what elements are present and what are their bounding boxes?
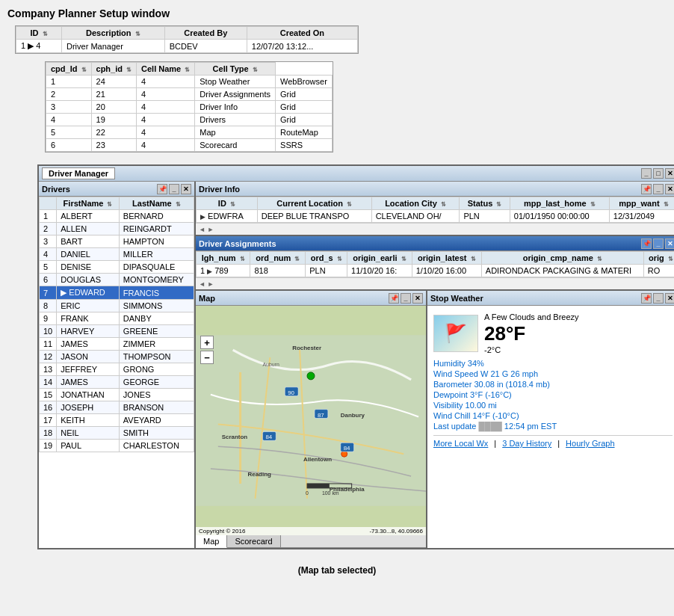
- map-zoom-controls: + −: [200, 336, 214, 364]
- cell-col-name[interactable]: Cell Name ⇅: [137, 63, 195, 76]
- da-close-btn[interactable]: ✕: [665, 238, 674, 249]
- assignments-row[interactable]: 1 ▶ 789 818 PLN 11/10/20 16: 1/10/20 16:…: [197, 265, 675, 277]
- driver-row[interactable]: 9 FRANK DANBY: [40, 312, 194, 325]
- cell-col-type[interactable]: Cell Type ⇅: [195, 63, 276, 76]
- weather-minimize-btn[interactable]: _: [653, 293, 664, 304]
- driver-lastname: ZIMMER: [119, 338, 194, 351]
- da-col-orig[interactable]: orig ⇅: [643, 252, 674, 265]
- driver-firstname: ERIC: [57, 300, 120, 312]
- weather-link-history[interactable]: 3 Day History: [502, 439, 551, 448]
- config-row[interactable]: 1 ▶ 4 Driver Manager BCDEV 12/07/20 13:1…: [16, 40, 358, 53]
- cell-table-row[interactable]: 6 23 4 Scorecard SSRS: [46, 139, 333, 152]
- da-pin-btn[interactable]: 📌: [641, 238, 652, 249]
- drivers-close-btn[interactable]: ✕: [181, 184, 191, 194]
- dinfo-col-lasthome[interactable]: mpp_last_home ⇅: [510, 197, 609, 210]
- driver-row[interactable]: 12 JASON THOMPSON: [40, 351, 194, 363]
- row-expand[interactable]: 1 ▶ 4: [16, 40, 62, 53]
- driver-row[interactable]: 2 ALLEN REINGARDT: [40, 223, 194, 235]
- drivers-minimize-btn[interactable]: _: [169, 184, 179, 194]
- driver-row[interactable]: 11 JAMES ZIMMER: [40, 338, 194, 351]
- driver-row[interactable]: 7 ▶ EDWARD FRANCIS: [40, 286, 194, 300]
- dm-close-btn[interactable]: ✕: [665, 168, 674, 179]
- dinfo-col-status[interactable]: Status ⇅: [460, 197, 510, 210]
- zoom-out-btn[interactable]: −: [200, 351, 214, 364]
- driver-row[interactable]: 13 JEFFREY GRONG: [40, 363, 194, 376]
- map-minimize-btn[interactable]: _: [401, 293, 411, 304]
- map-pin-btn[interactable]: 📌: [389, 293, 399, 304]
- driver-row[interactable]: 14 JAMES GEORGE: [40, 376, 194, 389]
- weather-panel-title: Stop Weather: [430, 294, 483, 303]
- da-col-lgh[interactable]: lgh_num ⇅: [197, 252, 250, 265]
- drivers-col-first[interactable]: FirstName ⇅: [57, 197, 120, 210]
- driver-row[interactable]: 15 JONATHAN JONES: [40, 389, 194, 401]
- col-header-id[interactable]: ID ⇅: [16, 27, 62, 40]
- dinfo-close-btn[interactable]: ✕: [665, 184, 674, 194]
- driver-manager-tab[interactable]: Driver Manager: [42, 167, 115, 179]
- da-col-ords[interactable]: ord_s ⇅: [306, 252, 347, 265]
- map-close-btn[interactable]: ✕: [412, 293, 423, 304]
- driver-lastname: CHARLESTON: [119, 440, 194, 452]
- driver-lastname: BRANSON: [119, 401, 194, 414]
- dew-value: 3°F (-16°C): [470, 390, 512, 399]
- da-minimize-btn[interactable]: _: [653, 238, 664, 249]
- cell-cpd-val: 20: [91, 101, 137, 114]
- cell-cpd-val: 24: [91, 76, 137, 88]
- col-header-desc[interactable]: Description ⇅: [62, 27, 165, 40]
- drivers-pin-btn[interactable]: 📌: [157, 184, 167, 194]
- dinfo-col-want[interactable]: mpp_want ⇅: [609, 197, 674, 210]
- drivers-col-last[interactable]: LastName ⇅: [119, 197, 194, 210]
- driver-row[interactable]: 19 PAUL CHARLESTON: [40, 440, 194, 452]
- cell-table-row[interactable]: 2 21 4 Driver Assignments Grid: [46, 88, 333, 101]
- driver-row[interactable]: 16 JOSEPH BRANSON: [40, 401, 194, 414]
- map-tab-scorecard[interactable]: Scorecard: [227, 535, 280, 547]
- dinfo-pin-btn[interactable]: 📌: [641, 184, 652, 194]
- dm-minimize-btn[interactable]: _: [641, 168, 652, 179]
- driver-info-panel: Driver Info 📌 _ ✕ ID ⇅: [196, 182, 674, 236]
- driver-row[interactable]: 18 NEIL SMITH: [40, 427, 194, 440]
- dinfo-minimize-btn[interactable]: _: [653, 184, 664, 194]
- dinfo-col-city[interactable]: Location City ⇅: [371, 197, 460, 210]
- driver-row[interactable]: 5 DENISE DIPASQUALE: [40, 261, 194, 274]
- da-col-latest[interactable]: origin_latest ⇅: [412, 252, 481, 265]
- dm-maximize-btn[interactable]: □: [653, 168, 664, 179]
- driver-row[interactable]: 10 HARVEY GREENE: [40, 325, 194, 338]
- cell-col-cpdid[interactable]: cpd_Id ⇅: [46, 63, 92, 76]
- cell-table-row[interactable]: 1 24 4 Stop Weather WebBrowser: [46, 76, 333, 88]
- weather-link-local[interactable]: More Local Wx: [433, 439, 488, 448]
- driver-row[interactable]: 6 DOUGLAS MONTGOMERY: [40, 274, 194, 286]
- driver-row-num: 3: [40, 235, 57, 248]
- driver-row[interactable]: 1 ALBERT BERNARD: [40, 210, 194, 223]
- da-col-ord[interactable]: ord_num ⇅: [250, 252, 306, 265]
- map-canvas[interactable]: 0 100 km Rochester Auburn Scranton Danbu…: [196, 306, 426, 535]
- cell-col-cphid[interactable]: cph_id ⇅: [91, 63, 137, 76]
- driver-firstname: BART: [57, 235, 120, 248]
- col-header-createdon[interactable]: Created On: [247, 27, 357, 40]
- weather-pin-btn[interactable]: 📌: [641, 293, 652, 304]
- dinfo-col-id[interactable]: ID ⇅: [197, 197, 258, 210]
- driver-row[interactable]: 3 BART HAMPTON: [40, 235, 194, 248]
- weather-link-hourly[interactable]: Hourly Graph: [566, 439, 614, 448]
- cell-cpdid: 6: [46, 139, 92, 152]
- update-time: 12:54 pm EST: [504, 422, 557, 431]
- zoom-in-btn[interactable]: +: [200, 336, 214, 349]
- dinfo-col-location[interactable]: Current Location ⇅: [257, 197, 371, 210]
- col-header-createdby[interactable]: Created By: [164, 27, 247, 40]
- drivers-col-num[interactable]: [40, 197, 57, 210]
- driver-row[interactable]: 17 KEITH AVEYARD: [40, 414, 194, 427]
- driver-row[interactable]: 8 ERIC SIMMONS: [40, 300, 194, 312]
- da-col-early[interactable]: origin_earli ⇅: [347, 252, 412, 265]
- weather-close-btn[interactable]: ✕: [665, 293, 674, 304]
- driver-firstname: ▶ EDWARD: [57, 286, 120, 300]
- dinfo-scrollbar[interactable]: ◄ ►: [199, 226, 214, 233]
- driver-info-row[interactable]: ▶ EDWFRA DEEP BLUE TRANSPO CLEVELAND OH/…: [197, 210, 675, 223]
- da-scrollbar[interactable]: ◄ ►: [199, 280, 214, 288]
- da-col-cmp[interactable]: origin_cmp_name ⇅: [481, 252, 643, 265]
- driver-row[interactable]: 4 DANIEL MILLER: [40, 248, 194, 261]
- cell-table-row[interactable]: 3 20 4 Driver Info Grid: [46, 101, 333, 114]
- cell-table-row[interactable]: 5 22 4 Map RouteMap: [46, 126, 333, 139]
- map-tab-map[interactable]: Map: [196, 535, 227, 548]
- da-orig: RO: [643, 265, 674, 277]
- cell-name-val: Driver Assignments: [195, 88, 276, 101]
- cell-table-row[interactable]: 4 19 4 Drivers Grid: [46, 114, 333, 126]
- weather-icon-area: 🚩 A Few Clouds and Breezy 28°F -2°C: [433, 312, 673, 354]
